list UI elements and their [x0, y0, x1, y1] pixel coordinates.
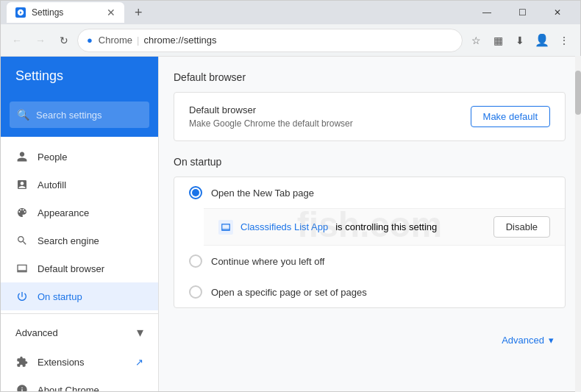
radio-continue[interactable] — [189, 254, 202, 268]
new-tab-button[interactable]: + — [129, 5, 149, 21]
default-browser-subtitle: Make Google Chrome the default browser — [189, 118, 353, 129]
extension-icon — [218, 220, 233, 235]
address-url: chrome://settings — [144, 35, 217, 46]
sidebar-item-search-engine-label: Search engine — [38, 235, 99, 246]
main-content: fish.com Default browser Default browser… — [159, 57, 580, 391]
advanced-bottom-label: Advanced — [502, 335, 544, 346]
search-engine-icon — [15, 234, 29, 247]
default-browser-section-title: Default browser — [174, 71, 566, 83]
advanced-section-label: Advanced — [15, 327, 58, 338]
on-startup-icon — [15, 290, 29, 303]
bookmark-icon: ☆ — [471, 35, 481, 46]
startup-label-new-tab: Open the New Tab page — [211, 188, 314, 199]
address-separator: | — [137, 35, 139, 46]
default-browser-card: Default browser Make Google Chrome the d… — [174, 92, 566, 141]
bookmark-button[interactable]: ☆ — [466, 30, 486, 51]
sidebar-item-people[interactable]: People — [1, 143, 158, 171]
download-icon: ⬇ — [516, 35, 524, 46]
sidebar-item-appearance-label: Appearance — [38, 207, 89, 218]
about-icon — [15, 383, 29, 391]
minimize-button[interactable]: — — [470, 1, 504, 24]
browser-content: Settings 🔍 People — [1, 57, 580, 391]
title-bar: Settings ✕ + — ☐ ✕ — [1, 1, 580, 24]
radio-new-tab[interactable] — [189, 186, 202, 199]
forward-button[interactable]: → — [30, 30, 51, 51]
default-browser-info: Default browser Make Google Chrome the d… — [189, 104, 353, 129]
forward-icon: → — [35, 35, 46, 46]
window-controls: — ☐ ✕ — [470, 1, 574, 24]
sidebar-item-extensions[interactable]: Extensions ↗ — [1, 348, 158, 376]
sidebar-item-on-startup[interactable]: On startup — [1, 282, 158, 310]
advanced-section-arrow: ▾ — [137, 324, 143, 341]
advanced-bottom-button[interactable]: Advanced ▾ — [174, 323, 566, 357]
extensions-icon — [15, 355, 29, 368]
address-site: Chrome — [99, 35, 132, 46]
back-icon: ← — [12, 35, 22, 46]
sidebar-item-extensions-label: Extensions — [38, 357, 85, 368]
sidebar-item-people-label: People — [38, 152, 67, 163]
make-default-button[interactable]: Make default — [471, 106, 550, 127]
search-input[interactable] — [10, 101, 149, 128]
startup-option-continue[interactable]: Continue where you left off — [174, 246, 565, 277]
sidebar-item-default-browser[interactable]: Default browser — [1, 254, 158, 282]
search-wrapper: 🔍 — [10, 101, 149, 128]
browser-window: Settings ✕ + — ☐ ✕ ← → ↻ — [0, 0, 581, 392]
extension-notice: Classsifieds List App is controlling thi… — [204, 208, 565, 246]
sidebar-item-autofill[interactable]: Autofill — [1, 171, 158, 199]
startup-label-continue: Continue where you left off — [211, 256, 324, 267]
profile-icon: 👤 — [535, 33, 549, 47]
profile-button[interactable]: 👤 — [532, 30, 552, 51]
autofill-icon — [15, 178, 29, 191]
sidebar: Settings 🔍 People — [1, 57, 159, 391]
tab-title: Settings — [32, 7, 63, 18]
download-button[interactable]: ⬇ — [510, 30, 530, 51]
sidebar-item-search-engine[interactable]: Search engine — [1, 227, 158, 254]
tab-close-button[interactable]: ✕ — [107, 7, 115, 18]
sidebar-item-autofill-label: Autofill — [38, 179, 66, 190]
menu-icon: ⋮ — [559, 35, 569, 46]
sidebar-item-default-browser-label: Default browser — [38, 263, 104, 274]
maximize-icon: ☐ — [518, 7, 527, 18]
appearance-icon — [15, 206, 29, 219]
address-bar[interactable]: ● Chrome | chrome://settings — [77, 29, 463, 52]
default-browser-content: Default browser Make Google Chrome the d… — [174, 93, 565, 140]
advanced-bottom-arrow: ▾ — [549, 335, 554, 346]
disable-extension-button[interactable]: Disable — [493, 216, 550, 238]
default-browser-icon — [15, 262, 29, 275]
close-button[interactable]: ✕ — [541, 1, 574, 24]
sidebar-item-about-chrome[interactable]: About Chrome — [1, 376, 158, 391]
scrollbar-thumb[interactable] — [575, 71, 580, 115]
extension-notice-text: is controlling this setting — [335, 221, 437, 232]
sidebar-item-about-label: About Chrome — [38, 385, 99, 392]
extension-app-name[interactable]: Classsifieds List App — [240, 221, 328, 232]
sidebar-advanced-section[interactable]: Advanced ▾ — [1, 317, 158, 348]
sidebar-item-appearance[interactable]: Appearance — [1, 199, 158, 227]
extensions-grid-button[interactable]: ▦ — [488, 30, 508, 51]
toolbar-right: ☆ ▦ ⬇ 👤 ⋮ — [466, 30, 574, 51]
startup-option-new-tab[interactable]: Open the New Tab page — [174, 177, 565, 208]
extensions-grid-icon: ▦ — [493, 35, 503, 46]
tab-area: Settings ✕ — [7, 2, 124, 23]
sidebar-item-on-startup-label: On startup — [38, 291, 82, 302]
sidebar-nav: People Autofill Appearance — [1, 137, 158, 391]
sidebar-header: Settings — [1, 57, 158, 96]
site-security-icon: ● — [87, 35, 93, 46]
maximize-button[interactable]: ☐ — [505, 1, 539, 24]
refresh-button[interactable]: ↻ — [54, 30, 74, 51]
scrollbar[interactable] — [575, 57, 580, 391]
back-button[interactable]: ← — [7, 30, 27, 51]
settings-tab[interactable]: Settings ✕ — [7, 2, 124, 23]
external-link-icon: ↗ — [135, 357, 143, 368]
extension-notice-left: Classsifieds List App is controlling thi… — [218, 220, 437, 235]
on-startup-card: Open the New Tab page Classsifieds List … — [174, 177, 566, 308]
radio-specific[interactable] — [189, 285, 202, 299]
address-text: Chrome | chrome://settings — [99, 35, 217, 46]
refresh-icon: ↻ — [60, 35, 68, 46]
on-startup-section-title: On startup — [174, 156, 566, 168]
startup-option-specific[interactable]: Open a specific page or set of pages — [174, 277, 565, 307]
menu-button[interactable]: ⋮ — [554, 30, 574, 51]
startup-label-specific: Open a specific page or set of pages — [211, 287, 367, 298]
title-bar-left: Settings ✕ + — [7, 2, 149, 23]
minimize-icon: — — [482, 7, 491, 18]
sidebar-title: Settings — [15, 68, 63, 83]
